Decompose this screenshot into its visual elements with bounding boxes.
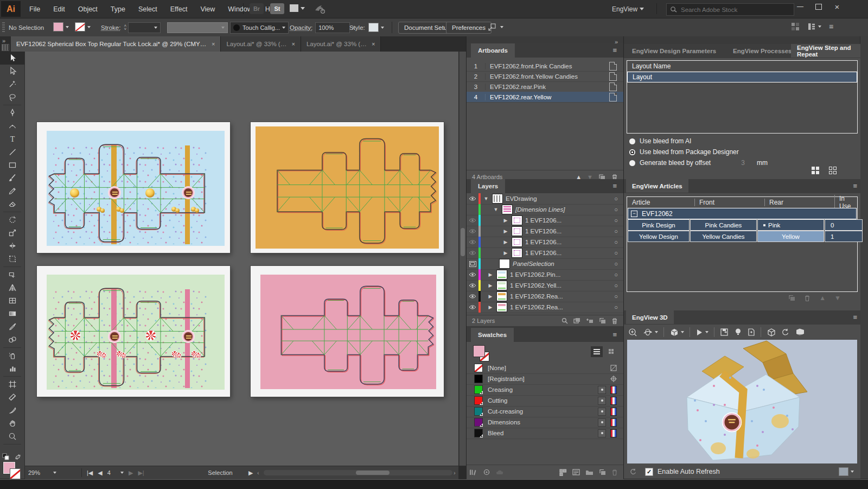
cell-rear-yellow-selected[interactable]: Yellow (757, 231, 824, 242)
artboard-page-icon[interactable] (609, 62, 617, 71)
list-view-button[interactable] (591, 346, 603, 357)
cell-article-yellow-design[interactable]: Yellow Design (628, 231, 690, 242)
symbol-sprayer-tool[interactable] (0, 349, 24, 362)
knife-tool[interactable] (0, 404, 24, 417)
swatch-options-button[interactable] (572, 469, 580, 475)
touch-workspace-icon[interactable] (791, 22, 800, 31)
layer-target-icon[interactable]: ○ (614, 195, 618, 202)
layout-switcher[interactable] (290, 4, 305, 12)
preferences-button[interactable]: Preferences (446, 22, 492, 34)
layer-row[interactable]: ▶ 1 EVF1206... ○ (467, 215, 623, 226)
panel-menu-icon[interactable]: ≡ (853, 182, 857, 190)
visibility-eye-icon[interactable] (467, 239, 478, 245)
swatch-row-dimensions[interactable]: Dimensions (467, 417, 623, 428)
first-artboard-button[interactable]: |◀ (87, 469, 93, 477)
layer-thumbnail[interactable] (496, 302, 507, 312)
layers-panel-tab[interactable]: Layers (471, 179, 505, 193)
snap-options[interactable] (487, 22, 503, 32)
article-down-button[interactable]: ▼ (834, 294, 841, 302)
layer-name[interactable]: 1 EVF12062.Rea... (510, 304, 563, 310)
layer-name[interactable]: PanelSelection (513, 261, 554, 267)
collapsed-panel-stub[interactable] (2, 44, 9, 51)
magic-wand-tool[interactable] (0, 78, 24, 91)
layer-target-icon[interactable]: ○ (614, 228, 618, 234)
panel-menu-icon[interactable]: ≡ (612, 46, 617, 54)
layer-name[interactable]: 1 EVF12062.Pin... (510, 271, 560, 278)
make-clip-mask-button[interactable] (573, 317, 580, 324)
artboard-row-1[interactable]: 1 EVF12062.front.Pink Candies (467, 61, 623, 72)
menu-edit[interactable]: Edit (47, 0, 72, 18)
delete-swatch-button[interactable] (611, 469, 618, 476)
direct-selection-tool[interactable] (0, 65, 24, 78)
fill-proxy-swatch[interactable] (473, 345, 485, 357)
blend-tool[interactable] (0, 333, 24, 346)
bridge-button[interactable]: Br (250, 3, 264, 14)
selection-tool[interactable] (0, 52, 24, 65)
solid-view-button[interactable] (669, 328, 684, 337)
article-group-row[interactable]: − EVF12062 (628, 208, 857, 219)
layer-target-icon[interactable]: ○ (614, 217, 618, 224)
background-color-picker[interactable] (839, 467, 854, 476)
layer-row[interactable]: ▶ 1 EVF12062.Yell... ○ (467, 280, 623, 291)
layer-thumbnail[interactable] (512, 237, 522, 247)
swatch-row-bleed[interactable]: Bleed (467, 428, 623, 439)
scale-tool[interactable] (0, 226, 24, 239)
new-color-group-button[interactable] (585, 469, 593, 475)
visibility-eye-icon[interactable] (467, 250, 478, 256)
layer-row[interactable]: ▶ 1 EVF12062.Rea... ○ (467, 302, 623, 313)
maximize-button[interactable] (809, 0, 828, 13)
eyedropper-tool[interactable] (0, 320, 24, 333)
col-front[interactable]: Front (694, 199, 764, 206)
artboard-2[interactable] (251, 122, 444, 253)
radio-generate-bleed-offset[interactable]: Generate bleed by offset 3 mm (629, 159, 768, 167)
spot-dot-button[interactable] (598, 386, 606, 394)
close-button[interactable]: × (828, 0, 846, 13)
hand-tool[interactable] (0, 417, 24, 430)
layer-row[interactable]: ▶ 1 EVF12062.Rea... ○ (467, 291, 623, 302)
layer-row[interactable]: ▶ 1 EVF1206... ○ (467, 237, 623, 248)
app-logo[interactable]: Ai (1, 1, 21, 17)
fill-color-control[interactable] (53, 22, 69, 31)
minimize-button[interactable]: — (791, 0, 809, 13)
article-up-button[interactable]: ▲ (819, 294, 826, 302)
layer-name[interactable]: 1 EVF1206... (525, 228, 561, 234)
default-fill-stroke-icon[interactable] (2, 453, 10, 462)
orbit-button[interactable] (643, 328, 658, 337)
swatch-row-none[interactable]: [None] (467, 363, 623, 374)
layer-target-icon[interactable]: ○ (614, 250, 618, 256)
layer-target-icon[interactable]: ○ (614, 239, 618, 245)
themes-button[interactable] (483, 468, 490, 476)
col-article[interactable]: Article (627, 199, 694, 206)
dock-edge-strip[interactable] (860, 36, 868, 479)
layer-target-icon[interactable]: ○ (614, 261, 618, 267)
scrollbar-thumb[interactable] (356, 471, 390, 475)
search-input[interactable] (680, 6, 780, 14)
visibility-eye-icon[interactable] (467, 304, 478, 310)
bleed-offset-field[interactable]: 3 (741, 159, 745, 167)
layer-row[interactable]: ▶ 1 EVF1206... ○ (467, 226, 623, 237)
scrollbar-thumb[interactable] (461, 228, 465, 256)
layer-thumbnail[interactable] (512, 226, 522, 236)
last-artboard-button[interactable]: ▶| (138, 469, 144, 477)
visibility-eye-icon[interactable] (467, 283, 478, 288)
layer-thumbnail[interactable] (496, 270, 507, 280)
adobe-stock-search[interactable] (666, 3, 794, 16)
radio-use-bleed-ai[interactable]: Use bleed from AI (629, 137, 691, 145)
expand-arrow-icon[interactable]: ▶ (502, 250, 509, 256)
layer-name[interactable]: EVDrawing (506, 195, 537, 202)
expand-arrow-icon[interactable]: ▶ (502, 218, 509, 223)
stroke-color-control[interactable] (75, 22, 91, 31)
layer-thumbnail[interactable] (499, 259, 510, 269)
share-icon[interactable] (314, 3, 326, 16)
artboard-tool[interactable] (0, 378, 24, 391)
layer-row[interactable]: ▶ 1 EVF12062.Pin... ○ (467, 269, 623, 281)
visibility-eye-icon[interactable] (467, 228, 478, 234)
articles-panel-tab[interactable]: EngView Articles (626, 179, 688, 193)
layer-thumbnail[interactable] (512, 248, 522, 258)
layer-row[interactable]: ▶ 1 EVF1206... ○ (467, 247, 623, 259)
expand-arrow-icon[interactable]: ▶ (502, 228, 509, 234)
wireframe-button[interactable] (767, 328, 776, 337)
layout-grid-filled-button[interactable] (812, 167, 819, 174)
duplicate-article-button[interactable] (788, 295, 795, 301)
arrange-documents[interactable] (807, 22, 821, 31)
